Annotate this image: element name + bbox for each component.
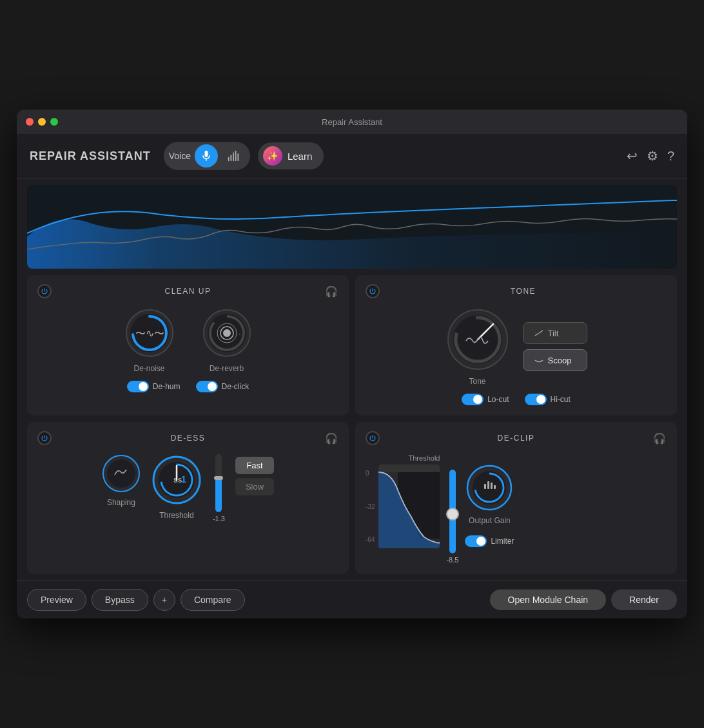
render-button[interactable]: Render — [611, 589, 677, 610]
header-actions: ↩ ⚙ ? — [627, 148, 674, 164]
declip-graph-section: Threshold 0 -32 -64 — [366, 454, 440, 548]
tone-knob-label: Tone — [469, 377, 485, 386]
deess-threshold-label: Threshold — [159, 511, 193, 520]
waveform-display — [27, 185, 677, 269]
tone-mode-buttons: Tilt Scoop — [523, 322, 587, 371]
hicut-toggle-group: Hi-cut — [525, 394, 571, 405]
svg-rect-33 — [494, 485, 496, 489]
window-controls — [26, 118, 58, 126]
svg-rect-1 — [230, 155, 231, 161]
plus-button[interactable]: + — [153, 589, 175, 611]
deess-power-button[interactable] — [37, 431, 52, 445]
svg-text:〜∿〜: 〜∿〜 — [135, 328, 164, 339]
svg-rect-27 — [378, 465, 440, 472]
declip-power-button[interactable] — [366, 431, 380, 445]
instrument-mode-button[interactable] — [222, 144, 245, 168]
db-label-0: 0 — [366, 470, 375, 477]
declip-db-labels: 0 -32 -64 — [366, 465, 375, 548]
denoise-knob[interactable]: 〜∿〜 - — [124, 307, 175, 359]
svg-rect-31 — [487, 481, 489, 489]
preview-button[interactable]: Preview — [27, 589, 86, 611]
declip-slider-thumb — [446, 508, 459, 521]
declick-toggle[interactable] — [196, 381, 218, 392]
cleanup-listen-button[interactable]: 🎧 — [324, 284, 338, 298]
limiter-toggle[interactable] — [465, 535, 487, 547]
deess-threshold-knob-container: ss 1 Threshold — [151, 454, 202, 520]
compare-button[interactable]: Compare — [181, 589, 245, 611]
deess-slider-area: -1.3 — [213, 454, 225, 522]
dereverb-knob-container: - De-reverb — [201, 307, 253, 373]
waveform-svg — [27, 185, 677, 269]
maximize-dot[interactable] — [50, 118, 58, 126]
denoise-knob-container: 〜∿〜 - De-noise — [124, 307, 175, 373]
svg-rect-30 — [484, 484, 486, 489]
scoop-icon — [534, 355, 544, 365]
power-icon-tone — [369, 287, 376, 295]
bypass-button[interactable]: Bypass — [92, 589, 148, 611]
microphone-icon — [200, 149, 213, 162]
svg-point-13 — [223, 329, 231, 337]
minimize-dot[interactable] — [38, 118, 46, 126]
declip-title: DE-CLIP — [380, 434, 652, 443]
tilt-mode-button[interactable]: Tilt — [523, 322, 587, 344]
learn-label: Learn — [288, 151, 312, 162]
locut-toggle[interactable] — [462, 394, 484, 405]
module-chain-button[interactable]: Open Module Chain — [490, 589, 607, 610]
dereverb-knob[interactable]: - — [201, 307, 253, 359]
mode-label: Voice — [169, 151, 191, 161]
declip-graph-row: 0 -32 -64 — [366, 465, 440, 548]
deess-slider-thumb — [214, 476, 223, 480]
output-gain-section: Output Gain Limiter — [465, 454, 514, 547]
tone-knob[interactable] — [445, 307, 510, 372]
shaping-knob-container: Shaping — [102, 454, 141, 507]
hicut-toggle[interactable] — [525, 394, 547, 405]
deess-slider-value: -1.3 — [213, 515, 225, 522]
locut-toggle-group: Lo-cut — [462, 394, 509, 405]
undo-button[interactable]: ↩ — [627, 148, 638, 164]
deess-slider-fill — [215, 477, 222, 512]
svg-text:-: - — [161, 330, 163, 337]
deess-threshold-knob[interactable]: ss 1 — [151, 454, 202, 506]
tone-power-button[interactable] — [366, 284, 380, 298]
tilt-icon — [534, 328, 544, 338]
header: REPAIR ASSISTANT Voice ✨ Learn — [17, 134, 687, 178]
deess-listen-button[interactable]: 🎧 — [324, 431, 338, 445]
deess-slider[interactable] — [215, 454, 222, 512]
declip-slider[interactable] — [449, 470, 456, 553]
cleanup-title: CLEAN UP — [52, 287, 324, 296]
cleanup-knobs-row: 〜∿〜 - De-noise - — [37, 307, 338, 373]
tone-panel: TONE Tone — [355, 275, 677, 416]
fast-button[interactable]: Fast — [235, 457, 274, 474]
slow-button[interactable]: Slow — [235, 478, 274, 495]
settings-button[interactable]: ⚙ — [647, 148, 658, 164]
dehum-toggle[interactable] — [127, 381, 149, 392]
declip-header: DE-CLIP 🎧 — [366, 431, 667, 445]
scoop-mode-button[interactable]: Scoop — [523, 349, 587, 371]
help-button[interactable]: ? — [667, 149, 674, 164]
cleanup-power-button[interactable] — [37, 284, 52, 298]
shaping-knob[interactable] — [102, 454, 141, 493]
learn-button[interactable]: ✨ Learn — [258, 142, 324, 169]
cleanup-panel: CLEAN UP 🎧 〜∿〜 - De-noise — [27, 275, 349, 416]
title-bar: Repair Assistant — [17, 110, 687, 134]
declip-content: Threshold 0 -32 -64 — [366, 454, 667, 564]
output-gain-knob[interactable] — [466, 465, 513, 511]
svg-rect-2 — [233, 153, 234, 162]
voice-mode-button[interactable] — [195, 144, 218, 168]
main-content: CLEAN UP 🎧 〜∿〜 - De-noise — [17, 275, 687, 580]
deess-content: Shaping ss 1 Threshold — [37, 454, 338, 522]
db-label-32: -32 — [366, 503, 375, 510]
declick-label: De-click — [222, 382, 249, 391]
db-label-64: -64 — [366, 536, 375, 543]
tone-toggles: Lo-cut Hi-cut — [366, 394, 667, 405]
dehum-label: De-hum — [153, 382, 181, 391]
app-title: REPAIR ASSISTANT — [30, 149, 151, 163]
declip-listen-button[interactable]: 🎧 — [652, 431, 667, 445]
dehum-toggle-group: De-hum — [127, 381, 181, 392]
bottom-bar: Preview Bypass + Compare Open Module Cha… — [17, 580, 687, 618]
declip-slider-section: -8.5 — [446, 454, 458, 564]
deess-panel: DE-ESS 🎧 Shaping — [27, 422, 349, 574]
deess-speed-buttons: Fast Slow — [235, 457, 274, 495]
close-dot[interactable] — [26, 118, 34, 126]
mode-group: Voice — [164, 142, 250, 170]
